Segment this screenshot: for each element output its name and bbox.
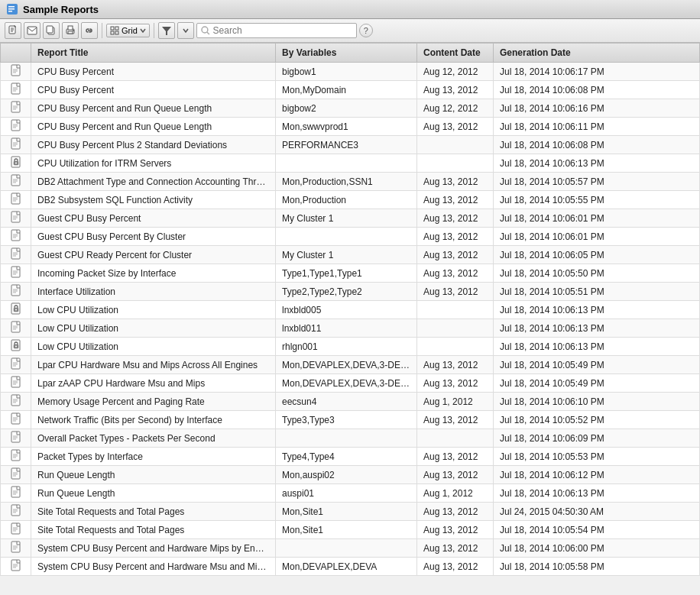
type-cell <box>1 63 31 81</box>
table-row[interactable]: CPU Utilization for ITRM ServersJul 18, … <box>1 154 700 173</box>
email-button[interactable] <box>24 22 41 39</box>
variables-cell: My Cluster 1 <box>276 246 417 264</box>
table-row[interactable]: Run Queue LengthMon,auspi02Aug 13, 2012J… <box>1 466 700 484</box>
table-row[interactable]: Overall Packet Types - Packets Per Secon… <box>1 429 700 448</box>
title-cell: Guest CPU Busy Percent By Cluster <box>31 228 276 246</box>
generation-date-cell: Jul 18, 2014 10:06:13 PM <box>494 154 700 173</box>
generation-date-cell: Jul 18, 2014 10:06:09 PM <box>494 429 700 448</box>
table-row[interactable]: Low CPU Utilizationlnxbld005Jul 18, 2014… <box>1 301 700 319</box>
svg-rect-3 <box>8 11 12 12</box>
doc-icon <box>11 541 21 553</box>
table-row[interactable]: CPU Busy Percentbigbow1Aug 12, 2012Jul 1… <box>1 63 700 81</box>
svg-point-45 <box>15 163 17 164</box>
table-row[interactable]: Interface UtilizationType2,Type2,Type2Au… <box>1 283 700 301</box>
doc-icon <box>11 137 21 150</box>
svg-rect-77 <box>11 322 20 332</box>
table-row[interactable]: System CPU Busy Percent and Hardware Msu… <box>1 558 700 576</box>
type-cell <box>1 429 31 448</box>
variables-cell: lnxbld005 <box>276 301 417 319</box>
svg-rect-46 <box>11 175 20 186</box>
doc-icon <box>11 321 21 333</box>
type-cell <box>1 154 31 173</box>
title-cell: DB2 Subsystem SQL Function Activity <box>31 191 276 209</box>
variables-cell: bigbow2 <box>276 99 417 118</box>
generation-date-cell: Jul 18, 2014 10:06:13 PM <box>494 319 700 338</box>
svg-point-76 <box>15 309 17 311</box>
table-row[interactable]: CPU Busy PercentMon,MyDomainAug 13, 2012… <box>1 81 700 99</box>
print-button[interactable] <box>62 22 79 39</box>
table-row[interactable]: Site Total Requests and Total PagesMon,S… <box>1 521 700 539</box>
generation-date-cell: Jul 18, 2014 10:06:08 PM <box>494 81 700 99</box>
table-row[interactable]: Run Queue Lengthauspi01Aug 1, 2012Jul 18… <box>1 484 700 503</box>
table-row[interactable]: Lpar CPU Hardware Msu and Mips Across Al… <box>1 356 700 374</box>
content-date-cell: Aug 13, 2012 <box>417 411 494 429</box>
table-row[interactable]: Low CPU Utilizationlnxbld011Jul 18, 2014… <box>1 319 700 338</box>
search-input[interactable] <box>213 25 352 36</box>
generation-date-cell: Jul 18, 2014 10:05:58 PM <box>494 558 700 576</box>
copy-button[interactable] <box>43 22 60 39</box>
svg-rect-39 <box>11 138 20 149</box>
generation-date-cell: Jul 18, 2014 10:05:49 PM <box>494 374 700 393</box>
content-date-cell: Aug 13, 2012 <box>417 81 494 99</box>
table-row[interactable]: Guest CPU Busy PercentMy Cluster 1Aug 13… <box>1 209 700 228</box>
filter-button[interactable] <box>158 22 175 39</box>
col-content-date[interactable]: Content Date <box>417 44 494 63</box>
table-row[interactable]: Lpar zAAP CPU Hardware Msu and MipsMon,D… <box>1 374 700 393</box>
svg-rect-1 <box>8 6 15 8</box>
col-variables[interactable]: By Variables <box>276 44 417 63</box>
table-row[interactable]: DB2 Subsystem SQL Function ActivityMon,P… <box>1 191 700 209</box>
col-title[interactable]: Report Title <box>31 44 276 63</box>
variables-cell: Mon,auspi02 <box>276 466 417 484</box>
title-cell: CPU Utilization for ITRM Servers <box>31 154 276 173</box>
table-row[interactable]: Incoming Packet Size by InterfaceType1,T… <box>1 264 700 283</box>
table-row[interactable]: CPU Busy Percent Plus 2 Standard Deviati… <box>1 136 700 154</box>
title-cell: System CPU Busy Percent and Hardware Mip… <box>31 539 276 558</box>
generation-date-cell: Jul 18, 2014 10:06:01 PM <box>494 209 700 228</box>
variables-cell: Type1,Type1,Type1 <box>276 264 417 283</box>
doc-icon <box>11 449 21 461</box>
generation-date-cell: Jul 18, 2014 10:05:54 PM <box>494 521 700 539</box>
table-row[interactable]: Network Traffic (Bits per Second) by Int… <box>1 411 700 429</box>
svg-rect-62 <box>11 248 20 259</box>
content-date-cell: Aug 13, 2012 <box>417 264 494 283</box>
table-row[interactable]: System CPU Busy Percent and Hardware Mip… <box>1 539 700 558</box>
title-cell: Site Total Requests and Total Pages <box>31 521 276 539</box>
type-cell <box>1 99 31 118</box>
generation-date-cell: Jul 18, 2014 10:06:10 PM <box>494 393 700 411</box>
link-button[interactable] <box>81 22 98 39</box>
title-cell: Run Queue Length <box>31 484 276 503</box>
svg-marker-20 <box>162 27 171 35</box>
doc-icon <box>11 504 21 516</box>
help-button[interactable]: ? <box>359 24 373 37</box>
generation-date-cell: Jul 18, 2014 10:06:17 PM <box>494 63 700 81</box>
table-row[interactable]: Site Total Requests and Total PagesMon,S… <box>1 503 700 521</box>
content-date-cell: Aug 13, 2012 <box>417 558 494 576</box>
type-cell <box>1 521 31 539</box>
title-cell: Packet Types by Interface <box>31 448 276 466</box>
title-cell: CPU Busy Percent <box>31 63 276 81</box>
svg-rect-88 <box>11 377 20 387</box>
table-row[interactable]: Memory Usage Percent and Paging Rateeecs… <box>1 393 700 411</box>
col-generation-date[interactable]: Generation Date <box>494 44 700 63</box>
doc-icon <box>11 192 21 205</box>
generation-date-cell: Jul 18, 2014 10:06:01 PM <box>494 228 700 246</box>
title-cell: Memory Usage Percent and Paging Rate <box>31 393 276 411</box>
type-cell <box>1 374 31 393</box>
grid-dropdown[interactable]: Grid <box>106 24 150 37</box>
table-row[interactable]: Packet Types by InterfaceType4,Type4Aug … <box>1 448 700 466</box>
table-row[interactable]: CPU Busy Percent and Run Queue Lengthbig… <box>1 99 700 118</box>
content-date-cell <box>417 338 494 356</box>
lock-doc-icon <box>11 302 21 315</box>
type-cell <box>1 118 31 136</box>
table-row[interactable]: Guest CPU Ready Percent for ClusterMy Cl… <box>1 246 700 264</box>
svg-rect-8 <box>28 27 37 34</box>
toolbar: Grid ? <box>0 19 700 43</box>
table-row[interactable]: CPU Busy Percent and Run Queue LengthMon… <box>1 118 700 136</box>
new-button[interactable] <box>5 22 21 39</box>
generation-date-cell: Jul 18, 2014 10:05:50 PM <box>494 264 700 283</box>
svg-rect-112 <box>11 487 20 497</box>
filter-dropdown-button[interactable] <box>177 22 194 39</box>
table-row[interactable]: Guest CPU Busy Percent By ClusterAug 13,… <box>1 228 700 246</box>
table-row[interactable]: Low CPU Utilizationrhlgn001Jul 18, 2014 … <box>1 338 700 356</box>
table-row[interactable]: DB2 Attachment Type and Connection Accou… <box>1 173 700 191</box>
